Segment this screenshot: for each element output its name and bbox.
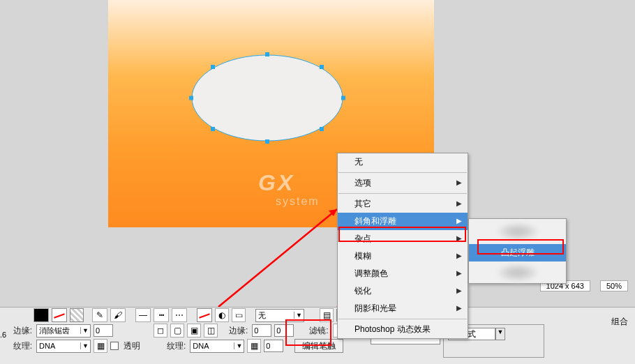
dropdown-icon[interactable]: ▼	[80, 327, 90, 334]
texture-label-2: 纹理:	[167, 340, 187, 352]
edge-value-1[interactable]	[94, 324, 113, 337]
menu-separator	[338, 193, 467, 194]
chevron-right-icon: ▶	[456, 199, 462, 207]
menu-label: 其它	[354, 199, 371, 208]
stroke-brush-button[interactable]: ✎	[92, 308, 107, 322]
menu-item-options[interactable]: 选项▶	[338, 174, 468, 192]
chevron-right-icon: ▶	[456, 287, 462, 294]
menu-item-bevel-emboss[interactable]: 斜角和浮雕▶	[338, 213, 468, 230]
chevron-right-icon: ▶	[456, 269, 462, 277]
corner-style-4[interactable]: ◫	[204, 324, 218, 338]
menu-item-noise[interactable]: 杂点▶	[338, 230, 468, 248]
texture-combo-1[interactable]: ▼	[36, 340, 91, 353]
corner-style-3[interactable]: ▣	[187, 324, 201, 338]
texture-preview-2[interactable]: ▦	[247, 339, 261, 353]
emboss-submenu: 凸起浮雕	[468, 218, 567, 284]
watermark-text: GX	[258, 170, 294, 196]
menu-label: 锐化	[354, 286, 371, 296]
menu-item-shadow-glow[interactable]: 阴影和光晕▶	[338, 300, 468, 317]
menu-item-misc[interactable]: 其它▶	[338, 195, 468, 213]
texture-combo-2[interactable]: ▼	[190, 340, 244, 353]
anti-alias-combo[interactable]: ▼	[36, 324, 91, 338]
texture-input-1[interactable]	[37, 340, 80, 352]
fill-none-swatch[interactable]	[52, 308, 67, 322]
menu-separator	[338, 319, 467, 319]
dropdown-icon[interactable]: ▼	[495, 328, 505, 340]
emboss-preview-1	[498, 223, 537, 240]
menu-item-none[interactable]: 无	[338, 153, 468, 171]
filter-context-menu: 无 选项▶ 其它▶ 斜角和浮雕▶ 杂点▶ 模糊▶ 调整颜色▶ 锐化▶ 阴影和光晕…	[337, 153, 468, 339]
stroke-none-swatch[interactable]	[197, 308, 212, 322]
dropdown-icon[interactable]: ▼	[80, 342, 90, 349]
corner-style-1[interactable]: ◻	[154, 324, 167, 338]
submenu-item-raised-emboss[interactable]: 凸起浮雕	[469, 244, 566, 261]
dropdown-icon[interactable]: ▼	[294, 312, 304, 319]
menu-label: 模糊	[354, 251, 371, 261]
status-zoom: 50%	[600, 280, 628, 291]
edge-label: 边缘:	[6, 325, 33, 337]
menu-label: 斜角和浮雕	[354, 216, 396, 226]
texture-input-2[interactable]	[190, 340, 234, 352]
svg-rect-1	[265, 52, 269, 56]
chevron-right-icon: ▶	[456, 304, 462, 312]
menu-item-blur[interactable]: 模糊▶	[338, 248, 468, 265]
svg-rect-6	[320, 65, 324, 69]
menu-item-adjust-color[interactable]: 调整颜色▶	[338, 265, 468, 282]
stroke-align-button[interactable]: ▭	[232, 308, 246, 322]
menu-label: 调整颜色	[354, 268, 388, 278]
ellipse-selection[interactable]	[191, 54, 343, 142]
line-style-3[interactable]: ⋯	[172, 308, 187, 322]
fill-pattern-swatch[interactable]	[70, 308, 84, 322]
opacity-icon: ▤	[320, 308, 334, 322]
menu-label: 杂点	[354, 234, 371, 243]
svg-rect-2	[265, 139, 269, 144]
chevron-right-icon: ▶	[456, 252, 462, 259]
transparent-checkbox[interactable]	[110, 342, 119, 350]
anti-alias-input[interactable]	[37, 325, 80, 337]
emboss-preview-2	[498, 264, 537, 281]
corner-style-2[interactable]: ▢	[170, 324, 184, 338]
menu-separator	[338, 172, 467, 173]
stroke-width-button[interactable]: ◐	[215, 308, 229, 322]
transparent-label: 透明	[124, 340, 142, 352]
edge-label-2: 边缘:	[229, 325, 249, 337]
edge-value-3[interactable]	[274, 324, 294, 337]
line-style-2[interactable]: ┅	[154, 308, 169, 322]
chevron-right-icon: ▶	[456, 179, 462, 186]
chevron-right-icon: ▶	[456, 234, 462, 242]
texture-preview-1[interactable]: ▦	[94, 339, 107, 353]
texture-value[interactable]	[264, 340, 283, 352]
line-style-1[interactable]: —	[135, 308, 151, 322]
chevron-right-icon: ▶	[456, 217, 462, 225]
svg-rect-3	[189, 96, 193, 100]
menu-label: 选项	[354, 178, 371, 188]
stroke-preset-combo[interactable]: ▼	[255, 309, 304, 322]
menu-label: 阴影和光晕	[354, 303, 396, 313]
svg-rect-7	[211, 127, 215, 131]
stroke-paint-button[interactable]: 🖌	[110, 308, 126, 322]
group-label: 组合	[611, 316, 628, 328]
edit-stroke-button[interactable]: 编辑笔触	[294, 339, 343, 353]
fill-solid-button[interactable]	[33, 308, 49, 322]
edge-value-2[interactable]	[252, 324, 271, 337]
menu-item-ps-effect[interactable]: Photoshop 动态效果	[338, 321, 468, 338]
filter-label: 滤镜:	[309, 325, 329, 337]
left-fragment-value: .6	[0, 331, 6, 339]
stroke-preset-input[interactable]	[256, 310, 294, 321]
texture-label: 纹理:	[6, 340, 33, 352]
svg-rect-5	[211, 65, 215, 69]
menu-item-sharpen[interactable]: 锐化▶	[338, 282, 468, 300]
svg-rect-8	[320, 127, 324, 131]
watermark-subtext: system	[276, 195, 320, 208]
dropdown-icon[interactable]: ▼	[234, 342, 244, 349]
svg-rect-4	[341, 96, 345, 100]
